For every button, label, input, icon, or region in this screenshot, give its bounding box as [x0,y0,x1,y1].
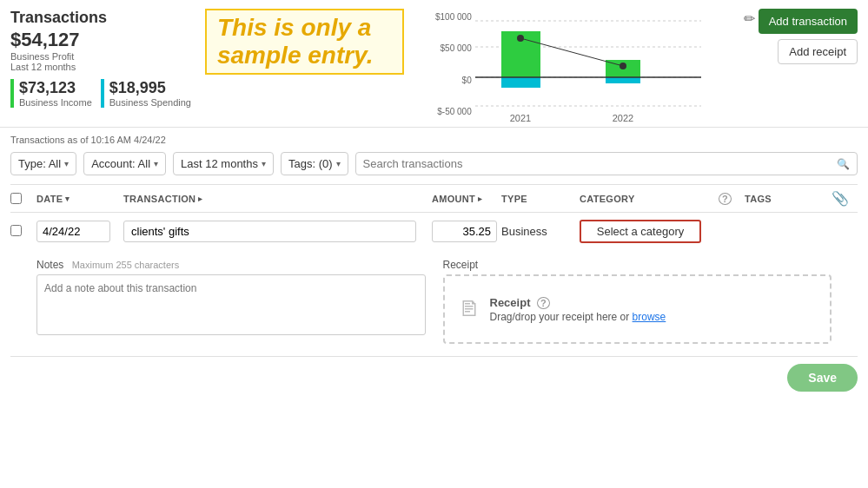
y-label-0: $100 000 [435,12,472,22]
income-block: $73,123 Business Income [10,79,92,108]
transaction-field[interactable] [123,221,416,242]
sample-text: This is only a sample entry. [217,14,392,69]
receipt-browse-link[interactable]: browse [633,311,666,323]
category-column-header: CATEGORY [580,194,719,204]
svg-text:2021: 2021 [509,113,530,123]
account-filter[interactable]: Account: All ▾ [83,152,166,175]
row-details: Notes Maximum 255 characters Receipt 🖹 R… [10,250,858,356]
type-filter[interactable]: Type: All ▾ [10,152,76,175]
metrics-panel: Transactions $54,127 Business Profit Las… [10,9,191,108]
receipt-file-icon: 🖹 [459,297,480,321]
receipt-dropzone[interactable]: 🖹 Receipt ? Drag/drop your receipt here … [443,274,832,344]
receipt-title-text: Receipt [490,296,531,309]
account-filter-label: Account: All [91,157,150,170]
row-date[interactable] [36,221,123,242]
date-filter[interactable]: Last 12 months ▾ [173,152,274,175]
date-field[interactable] [36,221,110,242]
transaction-col-label: TRANSACTION [123,194,195,204]
notes-title: Notes [36,259,63,271]
amount-field[interactable] [432,221,497,242]
type-column-header: TYPE [501,194,580,204]
profit-period: Last 12 months [10,62,191,72]
receipt-drop-text: Drag/drop your receipt here or [490,311,630,323]
y-axis: $100 000 $50 000 $0 $-50 000 [435,12,472,116]
receipt-instructions: Drag/drop your receipt here or browse [490,311,666,323]
transaction-sort-icon: ▸ [198,195,202,203]
notes-hint: Maximum 255 characters [72,260,180,270]
receipt-text: Receipt ? Drag/drop your receipt here or… [490,296,666,323]
income-spending: $73,123 Business Income $18,995 Business… [10,79,191,108]
timestamp: Transactions as of 10:16 AM 4/24/22 [10,135,858,145]
notes-textarea[interactable] [36,274,426,335]
type-col-label: TYPE [501,194,527,204]
category-select-button[interactable]: Select a category [580,220,701,243]
receipt-section: Receipt 🖹 Receipt ? Drag/drop your recei… [443,259,832,344]
spending-amount: $18,995 [109,79,191,97]
date-filter-chevron: ▾ [262,159,266,168]
tags-filter-label: Tags: (0) [288,157,333,170]
account-filter-chevron: ▾ [154,159,158,168]
svg-rect-7 [606,77,640,83]
category-help-icon[interactable]: ? [719,194,745,204]
table-header: DATE ▾ TRANSACTION ▸ AMOUNT ▸ TYPE CATEG… [10,184,858,213]
svg-text:2022: 2022 [612,113,633,123]
attachment-column-header: 📎 [832,190,858,207]
amount-column-header[interactable]: AMOUNT ▸ [432,194,501,204]
row-category[interactable]: Select a category [580,220,719,243]
save-row: Save [0,357,868,397]
profit-amount: $54,127 [10,29,191,51]
date-column-header[interactable]: DATE ▾ [36,194,123,204]
y-label-1: $50 000 [435,43,472,53]
notes-label: Notes Maximum 255 characters [36,259,426,271]
header-checkbox[interactable] [10,193,22,204]
row-type: Business [501,225,580,238]
profit-label: Business Profit [10,51,191,62]
amount-col-label: AMOUNT [432,194,475,204]
date-sort-icon: ▾ [65,195,70,203]
top-bar: Transactions $54,127 Business Profit Las… [0,0,868,128]
sample-banner: This is only a sample entry. [205,9,404,75]
tags-column-header: TAGS [745,194,832,204]
amount-sort-icon: ▸ [478,195,482,203]
receipt-section-label: Receipt [443,259,832,271]
search-box[interactable]: 🔍 [355,152,858,175]
table-row: Business Select a category Notes Maximum… [10,213,858,357]
income-amount: $73,123 [19,79,92,97]
search-input[interactable] [363,157,832,170]
transaction-column-header[interactable]: TRANSACTION ▸ [123,194,432,204]
row-transaction[interactable] [123,221,432,242]
bar-chart: 2021 2022 [475,12,701,125]
search-icon: 🔍 [837,158,850,170]
category-col-label: CATEGORY [580,194,635,204]
type-filter-chevron: ▾ [64,159,69,168]
attachment-icon: 📎 [832,191,849,206]
date-col-label: DATE [36,194,63,204]
tags-filter[interactable]: Tags: (0) ▾ [281,152,348,175]
notes-section: Notes Maximum 255 characters [36,259,426,344]
edit-icon[interactable]: ✏ [744,10,755,27]
row-amount[interactable] [432,221,501,242]
svg-rect-5 [501,77,540,88]
receipt-title: Receipt ? [490,296,666,309]
spending-block: $18,995 Business Spending [101,79,191,108]
spending-label: Business Spending [109,97,191,108]
type-filter-label: Type: All [18,157,61,170]
filters-row: Type: All ▾ Account: All ▾ Last 12 month… [10,152,858,175]
chart-area: $100 000 $50 000 $0 $-50 000 [432,9,745,122]
date-filter-label: Last 12 months [181,157,258,170]
main-content: Transactions as of 10:16 AM 4/24/22 Type… [0,128,868,357]
page-title: Transactions [10,9,191,27]
add-receipt-button[interactable]: Add receipt [778,39,858,64]
tags-col-label: TAGS [745,194,772,204]
table-row-main: Business Select a category [10,213,858,250]
income-label: Business Income [19,97,92,108]
y-label-2: $0 [435,76,472,85]
select-all-checkbox[interactable] [10,193,36,204]
save-button[interactable]: Save [787,364,858,392]
row-checkbox[interactable] [10,225,36,239]
y-label-3: $-50 000 [435,107,472,116]
add-transaction-button[interactable]: Add transaction [759,9,858,34]
tags-filter-chevron: ▾ [336,159,341,168]
row-select-checkbox[interactable] [10,225,22,236]
receipt-question-icon: ? [537,297,550,309]
